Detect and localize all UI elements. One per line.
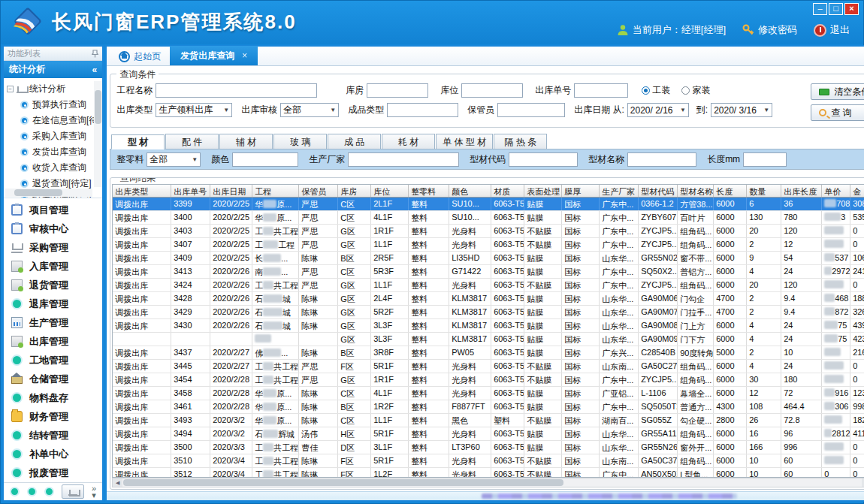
more-buttons-chevron[interactable]: »▾: [92, 485, 96, 499]
sidebar-item-project[interactable]: 项目管理: [4, 201, 102, 219]
material-tab-auxiliary[interactable]: 辅 材: [219, 134, 273, 149]
sidebar-item-supplement[interactable]: 补单中心: [4, 445, 102, 463]
location-input[interactable]: [461, 83, 523, 98]
tree-expander-icon[interactable]: −: [7, 86, 14, 92]
keeper-input[interactable]: [497, 103, 565, 117]
sidebar-item-return-goods[interactable]: 退货管理: [4, 276, 102, 294]
table-row[interactable]: 调拨出库34032020/2/25工共工程严思G区1R1F整料光身料6063-T…: [113, 225, 864, 238]
tree-item-purchase-inbound-query[interactable]: 采购入库查询: [7, 128, 101, 144]
material-tab-fitting[interactable]: 配 件: [165, 134, 219, 149]
column-header[interactable]: 出库类型: [113, 185, 171, 197]
column-header[interactable]: 工程: [252, 185, 299, 197]
table-row[interactable]: 调拨出库34242020/2/26工共工程严思G区1L1F整料光身料6063-T…: [113, 279, 864, 292]
column-header[interactable]: 型材代码: [639, 185, 678, 197]
column-header[interactable]: 膜厚: [562, 185, 600, 197]
close-button[interactable]: ×: [844, 3, 859, 15]
sidebar-item-return-warehouse[interactable]: 退库管理: [4, 294, 102, 313]
clear-conditions-button[interactable]: 清空条件: [811, 83, 864, 100]
profile-code-input[interactable]: [509, 152, 578, 167]
column-header[interactable]: 生产厂家: [600, 185, 639, 197]
table-row[interactable]: 调拨出库35002020/3/3工共工程曹佳D区3L1F整料LT3P606063…: [113, 441, 864, 454]
sidebar-item-site[interactable]: 工地管理: [4, 351, 102, 370]
minimize-button[interactable]: –: [813, 3, 827, 15]
column-header[interactable]: 表面处理: [524, 185, 562, 197]
logout-button[interactable]: 退出: [814, 23, 850, 37]
circle-icon[interactable]: [10, 487, 20, 496]
column-header[interactable]: 数量: [747, 185, 781, 197]
table-row[interactable]: 调拨出库35122020/3/4工共工程陈琳F区1L2F整料光身料6063-T5…: [113, 468, 864, 478]
sidebar-item-inbound[interactable]: 入库管理: [4, 257, 102, 276]
table-row[interactable]: 调拨出库34072020/2/25工工程严思G区1L1F整料光身料6063-T5…: [113, 238, 864, 252]
material-tab-profile[interactable]: 型 材: [111, 134, 165, 149]
table-row[interactable]: 调拨出库33992020/2/25华原...严思C区2L1F整料SU10...6…: [113, 198, 864, 211]
column-header[interactable]: 整零料: [409, 185, 449, 197]
table-row[interactable]: G区3L3F整料KLM38176063-T5贴膜国标山东华...GA90M09.…: [113, 333, 864, 346]
table-row[interactable]: 调拨出库34282020/2/26石城陈琳G区2L4F整料KLM38176063…: [113, 292, 864, 306]
project-name-input[interactable]: [156, 83, 317, 98]
sidebar-item-scrap[interactable]: 报废管理: [4, 463, 102, 482]
color-input[interactable]: [232, 152, 298, 167]
column-header[interactable]: 保管员: [299, 185, 338, 197]
table-row[interactable]: 调拨出库34612020/2/28华原...陈琳B区1R2F整料F8877FT6…: [113, 400, 864, 414]
tab-home[interactable]: 起始页: [110, 47, 170, 65]
column-header[interactable]: 长度: [714, 185, 747, 197]
column-header[interactable]: 出库长度: [781, 185, 822, 197]
factory-input[interactable]: [348, 152, 459, 167]
radio-jiazhuang[interactable]: [681, 86, 690, 95]
zhengling-select[interactable]: 全部▼: [147, 152, 201, 167]
column-header[interactable]: 库位: [371, 185, 409, 197]
sidebar-item-outbound[interactable]: 出库管理: [4, 332, 102, 351]
column-header[interactable]: 型材名称: [678, 185, 714, 197]
tree-vertical-scrollbar[interactable]: [94, 81, 102, 187]
tab-shipment-outbound-query[interactable]: 发货出库查询 ×: [170, 46, 258, 65]
column-header[interactable]: 库房: [338, 185, 371, 197]
date-to-picker[interactable]: 2020/ 3/16▼: [711, 103, 772, 117]
tree-root-statistics[interactable]: − 统计分析: [7, 81, 101, 97]
change-password-button[interactable]: 修改密码: [742, 23, 797, 37]
column-header[interactable]: 颜色: [449, 185, 491, 197]
radio-gongzhuang[interactable]: [642, 86, 650, 95]
tree-item-transit-query[interactable]: 在途信息查询[待: [7, 113, 101, 128]
table-row[interactable]: 调拨出库34092020/2/25长...陈琳B区2R5F整料LI35HD606…: [113, 252, 864, 265]
sidebar-item-production[interactable]: 生产管理: [4, 313, 102, 332]
column-header[interactable]: 单价: [822, 185, 850, 197]
sidebar-section-header[interactable]: 统计分析 «: [4, 61, 102, 78]
collapse-icon[interactable]: «: [92, 65, 97, 75]
sidebar-item-carryover[interactable]: 结转管理: [4, 426, 102, 445]
material-tab-single-profile[interactable]: 单 体 型 材: [436, 134, 493, 149]
pin-icon[interactable]: [92, 50, 98, 58]
maximize-button[interactable]: □: [829, 3, 843, 15]
column-header[interactable]: 出库日期: [210, 185, 252, 197]
table-horizontal-scrollbar[interactable]: ◀▶: [112, 478, 864, 487]
column-header[interactable]: 材质: [491, 185, 524, 197]
sidebar-item-finance[interactable]: 财务管理: [4, 407, 102, 426]
sidebar-item-warehouse[interactable]: 仓储管理: [4, 370, 102, 388]
tree-item-budget-query[interactable]: 预算执行查询: [7, 97, 101, 113]
table-row[interactable]: 调拨出库34932020/3/2华原...陈琳C区1L1F整料黑色塑料不贴膜国标…: [113, 414, 864, 427]
table-row[interactable]: 调拨出库34302020/2/26石城陈琳G区3L3F整料KLM38176063…: [113, 319, 864, 333]
table-row[interactable]: 调拨出库35102020/3/4工共工程陈琳F区5R1F整料光身料6063-T5…: [113, 454, 864, 468]
material-tab-consumable[interactable]: 耗 材: [382, 134, 435, 149]
outbound-type-select[interactable]: 生产领料出库▼: [156, 103, 232, 117]
product-type-input[interactable]: [387, 103, 458, 117]
material-tab-product[interactable]: 成 品: [328, 134, 381, 149]
tree-item-shipment-outbound-query[interactable]: 发货出库查询: [7, 144, 101, 160]
circle-icon[interactable]: [27, 487, 37, 496]
table-row[interactable]: 调拨出库34132020/2/26南...严思C区5R3F整料G71422606…: [113, 265, 864, 279]
column-header[interactable]: 出库单号: [171, 185, 210, 197]
table-row[interactable]: 调拨出库34372020/2/27佛...陈琳B区3R8F整料PW056063-…: [113, 346, 864, 360]
profile-name-input[interactable]: [627, 152, 696, 167]
table-row[interactable]: 调拨出库34292020/2/26石城陈琳G区5R2F整料KLM38176063…: [113, 306, 864, 319]
tab-close-icon[interactable]: ×: [242, 50, 247, 61]
cart-button[interactable]: [62, 484, 84, 499]
sidebar-item-audit[interactable]: 审核中心: [4, 219, 102, 238]
table-row[interactable]: 调拨出库34452020/2/27工共工程严思F区5R1F整料光身料6063-T…: [113, 360, 864, 373]
sidebar-item-purchase[interactable]: 采购管理: [4, 238, 102, 257]
tree-horizontal-scrollbar[interactable]: [5, 189, 92, 197]
circle-icon[interactable]: [44, 487, 54, 496]
column-header[interactable]: 金: [850, 185, 864, 197]
sidebar-item-inventory[interactable]: 物料盘存: [4, 388, 102, 407]
order-no-input[interactable]: [574, 83, 628, 98]
date-from-picker[interactable]: 2020/ 2/16▼: [627, 103, 689, 117]
warehouse-input[interactable]: [367, 83, 428, 98]
